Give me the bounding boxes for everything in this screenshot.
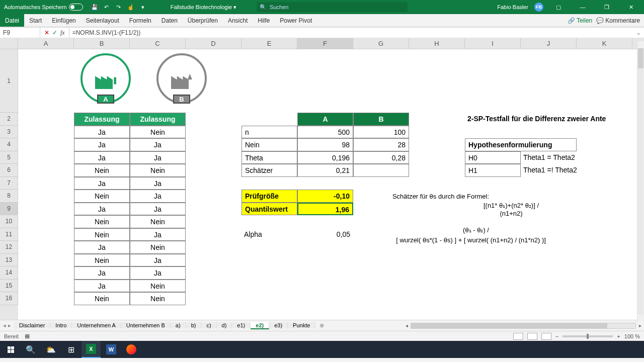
quantilswert-value[interactable]: 1,96: [297, 203, 353, 216]
table-cell[interactable]: Nein: [130, 241, 186, 254]
taskbar-search-icon[interactable]: 🔍: [21, 341, 40, 358]
table-cell[interactable]: Ja: [130, 138, 186, 151]
taskbar-firefox-icon[interactable]: [122, 341, 141, 358]
stat-value[interactable]: 98: [297, 138, 353, 151]
col-header[interactable]: F: [297, 38, 353, 49]
tab-datei[interactable]: Datei: [0, 14, 24, 27]
table-cell[interactable]: Ja: [130, 254, 186, 267]
sheet-tab[interactable]: Intro: [50, 322, 72, 328]
row-header[interactable]: 4: [0, 138, 18, 151]
touch-icon[interactable]: ☝: [127, 4, 134, 11]
select-all-corner[interactable]: [0, 38, 18, 49]
stat-value[interactable]: 500: [297, 126, 353, 139]
table-cell[interactable]: Nein: [74, 292, 130, 305]
table-cell[interactable]: Nein: [74, 164, 130, 177]
stat-value[interactable]: 100: [353, 126, 409, 139]
table-cell[interactable]: Ja: [74, 126, 130, 139]
row-header[interactable]: 8: [0, 190, 18, 203]
row-header[interactable]: 10: [0, 215, 18, 228]
record-macro-icon[interactable]: ▦: [25, 333, 30, 339]
tab-seitenlayout[interactable]: Seitenlayout: [81, 14, 124, 27]
table-cell[interactable]: Nein: [130, 280, 186, 293]
table-cell[interactable]: Ja: [130, 203, 186, 216]
stat-value[interactable]: 0,21: [297, 164, 353, 177]
sheet-tab[interactable]: Unternehmen A: [72, 322, 121, 328]
taskbar-excel-icon[interactable]: X: [82, 341, 101, 358]
avatar[interactable]: FB: [534, 3, 543, 12]
row-header[interactable]: 2: [0, 113, 18, 126]
row-header[interactable]: 9: [0, 203, 18, 216]
col-header[interactable]: A: [18, 38, 74, 49]
table-cell[interactable]: Nein: [130, 215, 186, 228]
table-cell[interactable]: Ja: [130, 228, 186, 241]
vertical-scrollbar[interactable]: [637, 41, 644, 322]
row-header[interactable]: 11: [0, 228, 18, 241]
row-header[interactable]: 6: [0, 164, 18, 177]
table-header[interactable]: Zulassung: [130, 113, 186, 126]
stat-value[interactable]: 28: [353, 138, 409, 151]
table-cell[interactable]: Nein: [74, 254, 130, 267]
col-header[interactable]: J: [521, 38, 577, 49]
expand-formula-icon[interactable]: ⌄: [633, 29, 644, 36]
quantilswert-label[interactable]: Quantilswert: [242, 203, 297, 216]
table-cell[interactable]: Nein: [130, 164, 186, 177]
autosave-toggle[interactable]: Automatisches Speichern: [0, 4, 87, 11]
sheet-tab[interactable]: e1): [232, 322, 251, 328]
sheet-nav-prev-icon[interactable]: ◂: [3, 322, 6, 329]
maximize-icon[interactable]: ❐: [598, 0, 616, 14]
row-header[interactable]: 12: [0, 241, 18, 254]
search-input[interactable]: 🔍 Suchen: [257, 2, 408, 12]
page-layout-view-icon[interactable]: [527, 333, 537, 340]
sheet-tab[interactable]: Unternehmen B: [121, 322, 171, 328]
taskbar-weather-icon[interactable]: ⛅: [41, 341, 60, 358]
row-header[interactable]: 3: [0, 126, 18, 139]
table-cell[interactable]: Ja: [74, 203, 130, 216]
sheet-tab[interactable]: c): [201, 322, 216, 328]
close-icon[interactable]: ✕: [622, 0, 640, 14]
customize-icon[interactable]: ▾: [139, 4, 146, 11]
table-cell[interactable]: Ja: [130, 190, 186, 203]
sheet-tab[interactable]: d): [217, 322, 232, 328]
taskbar-taskview-icon[interactable]: ⊞: [61, 341, 80, 358]
sheet-tab[interactable]: Punkte: [288, 322, 315, 328]
undo-icon[interactable]: ↶: [103, 4, 110, 11]
col-header[interactable]: H: [409, 38, 465, 49]
col-header[interactable]: B: [74, 38, 130, 49]
stat-label[interactable]: Schätzer: [242, 164, 297, 177]
alpha-label[interactable]: Alpha: [242, 228, 297, 241]
row-header[interactable]: 13: [0, 254, 18, 267]
normal-view-icon[interactable]: [513, 333, 523, 340]
tab-powerpivot[interactable]: Power Pivot: [275, 14, 317, 27]
table-cell[interactable]: Nein: [130, 292, 186, 305]
table-cell[interactable]: Ja: [130, 266, 186, 280]
alpha-value[interactable]: 0,05: [297, 228, 353, 241]
table-header[interactable]: B: [353, 113, 409, 126]
zoom-level[interactable]: 100 %: [624, 333, 640, 339]
tab-einfuegen[interactable]: Einfügen: [47, 14, 80, 27]
table-cell[interactable]: Nein: [74, 215, 130, 228]
page-break-view-icon[interactable]: [541, 333, 551, 340]
row-header[interactable]: 14: [0, 266, 18, 280]
cancel-formula-icon[interactable]: ✕: [44, 29, 49, 36]
fx-icon[interactable]: fx: [60, 29, 65, 37]
sheet-tab[interactable]: Disclaimer: [14, 322, 50, 328]
sheet-tab[interactable]: e2): [251, 322, 269, 329]
stat-value[interactable]: 0,196: [297, 151, 353, 164]
table-cell[interactable]: Ja: [130, 177, 186, 190]
table-cell[interactable]: Nein: [130, 126, 186, 139]
taskbar-word-icon[interactable]: W: [102, 341, 121, 358]
table-cell[interactable]: Ja: [74, 138, 130, 151]
col-header[interactable]: I: [465, 38, 521, 49]
tab-ueberpruefen[interactable]: Überprüfen: [183, 14, 223, 27]
minimize-icon[interactable]: —: [574, 0, 592, 14]
table-cell[interactable]: Nein: [74, 228, 130, 241]
ribbon-options-icon[interactable]: ▢: [549, 0, 568, 14]
pruefgroesse-label[interactable]: Prüfgröße: [242, 190, 297, 203]
col-header[interactable]: E: [242, 38, 297, 49]
row-header[interactable]: 5: [0, 151, 18, 164]
stat-value[interactable]: [353, 164, 409, 177]
pruefgroesse-value[interactable]: -0,10: [297, 190, 353, 203]
table-header[interactable]: Zulassung: [74, 113, 130, 126]
stat-label[interactable]: Nein: [242, 138, 297, 151]
tab-hilfe[interactable]: Hilfe: [253, 14, 275, 27]
